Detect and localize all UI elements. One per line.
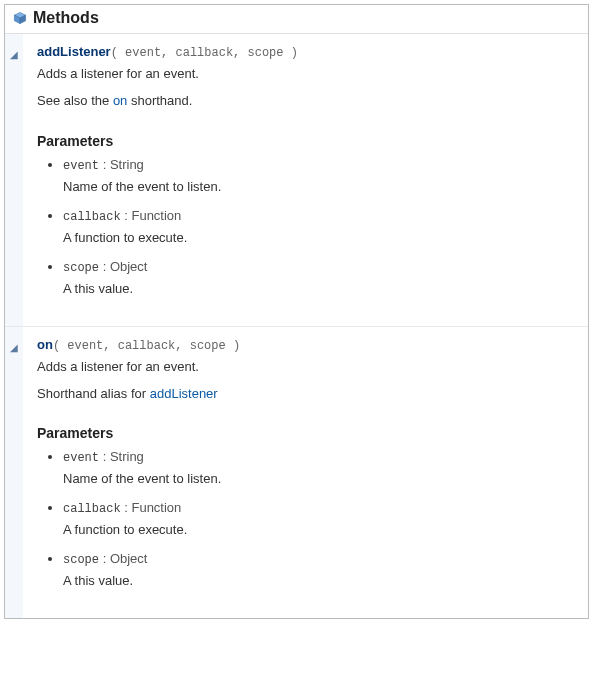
param-item: callback : Function A function to execut…: [63, 208, 574, 245]
param-colon: :: [103, 157, 110, 172]
param-type: String: [110, 449, 144, 464]
param-name: scope: [63, 553, 99, 567]
param-type: Object: [110, 259, 148, 274]
parameters-heading: Parameters: [37, 425, 574, 441]
param-desc: A function to execute.: [63, 522, 574, 537]
param-colon: :: [103, 449, 110, 464]
param-item: event : String Name of the event to list…: [63, 157, 574, 194]
package-icon: [13, 11, 27, 25]
param-desc: A function to execute.: [63, 230, 574, 245]
method-name-link[interactable]: addListener: [37, 44, 111, 59]
parameters-list: event : String Name of the event to list…: [37, 157, 574, 296]
param-type: String: [110, 157, 144, 172]
gutter: ◢: [5, 327, 23, 619]
collapse-icon[interactable]: ◢: [10, 343, 18, 353]
signature-params: ( event, callback, scope ): [111, 46, 298, 60]
param-type: Function: [131, 500, 181, 515]
param-name: event: [63, 159, 99, 173]
method-block: ◢ addListener( event, callback, scope ) …: [5, 34, 588, 327]
collapse-icon[interactable]: ◢: [10, 50, 18, 60]
see-also-link[interactable]: addListener: [150, 386, 218, 401]
see-also-pre: See also the: [37, 93, 113, 108]
method-signature: on( event, callback, scope ): [37, 337, 574, 353]
method-signature: addListener( event, callback, scope ): [37, 44, 574, 60]
param-desc: Name of the event to listen.: [63, 471, 574, 486]
parameters-list: event : String Name of the event to list…: [37, 449, 574, 588]
param-item: callback : Function A function to execut…: [63, 500, 574, 537]
param-desc: A this value.: [63, 281, 574, 296]
method-name-link[interactable]: on: [37, 337, 53, 352]
see-also-post: shorthand.: [127, 93, 192, 108]
param-item: event : String Name of the event to list…: [63, 449, 574, 486]
gutter: ◢: [5, 34, 23, 326]
param-colon: :: [103, 551, 110, 566]
see-also-link[interactable]: on: [113, 93, 127, 108]
section-title: Methods: [33, 9, 99, 27]
param-item: scope : Object A this value.: [63, 551, 574, 588]
param-name: event: [63, 451, 99, 465]
methods-panel: Methods ◢ addListener( event, callback, …: [4, 4, 589, 619]
param-colon: :: [103, 259, 110, 274]
param-type: Object: [110, 551, 148, 566]
panel-header: Methods: [5, 5, 588, 34]
param-name: callback: [63, 502, 121, 516]
parameters-heading: Parameters: [37, 133, 574, 149]
method-body: on( event, callback, scope ) Adds a list…: [23, 327, 588, 619]
signature-params: ( event, callback, scope ): [53, 339, 240, 353]
param-item: scope : Object A this value.: [63, 259, 574, 296]
param-desc: Name of the event to listen.: [63, 179, 574, 194]
see-also-line: See also the on shorthand.: [37, 92, 574, 111]
param-type: Function: [131, 208, 181, 223]
see-also-pre: Shorthand alias for: [37, 386, 150, 401]
see-also-line: Shorthand alias for addListener: [37, 385, 574, 404]
param-name: callback: [63, 210, 121, 224]
method-body: addListener( event, callback, scope ) Ad…: [23, 34, 588, 326]
method-summary: Adds a listener for an event.: [37, 65, 574, 84]
method-block: ◢ on( event, callback, scope ) Adds a li…: [5, 327, 588, 619]
param-desc: A this value.: [63, 573, 574, 588]
method-summary: Adds a listener for an event.: [37, 358, 574, 377]
param-name: scope: [63, 261, 99, 275]
